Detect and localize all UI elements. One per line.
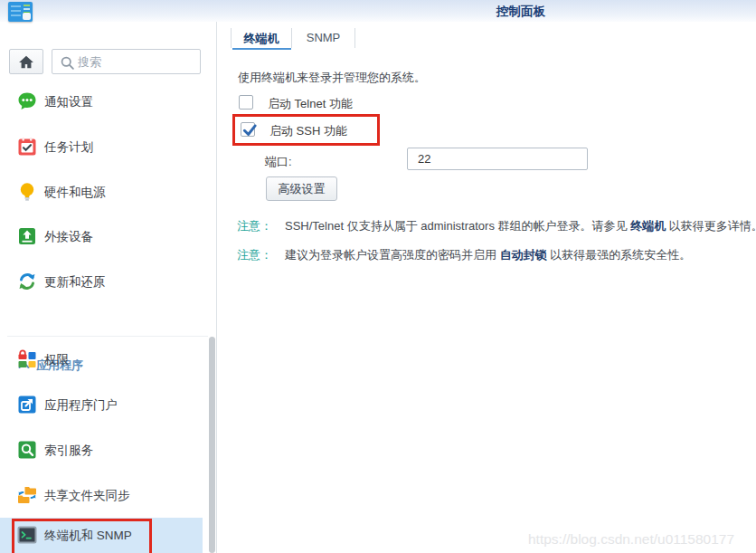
sidebar: 区域选项 通知设置 任务计划 [0,22,217,553]
search-input[interactable] [78,51,195,72]
auto-block-link[interactable]: 自动封锁 [500,248,547,262]
sidebar-item-update-restore[interactable]: 更新和还原 [0,259,203,304]
topbar: 控制面板 [0,0,756,22]
sidebar-item-shared-folder-sync[interactable]: 共享文件夹同步 [0,472,203,518]
advanced-settings-button[interactable]: 高级设置 [266,176,337,201]
port-label: 端口: [265,154,292,170]
task-scheduler-icon [17,137,37,157]
sidebar-item-label: 任务计划 [44,139,93,156]
tab-terminal[interactable]: 终端机 [232,31,291,49]
shared-folder-sync-icon [17,485,37,505]
page-title: 控制面板 [407,4,635,20]
note-prefix: 注意： [237,219,272,233]
sidebar-item-application-portal[interactable]: 应用程序门户 [0,382,203,427]
privileges-icon [17,349,37,369]
note-text: SSH/Telnet 仅支持从属于 administrators 群组的帐户登录… [285,219,630,233]
sidebar-item-label: 索引服务 [44,443,93,459]
tab-snmp[interactable]: SNMP [292,31,354,49]
note-security: 注意：建议为登录帐户设置高强度的密码并启用 自动封锁 以获得最强的系统安全性。 [237,247,752,263]
telnet-checkbox-label: 启动 Telnet 功能 [268,96,353,112]
sidebar-item-privileges[interactable]: 权限 [0,337,203,382]
note-ssh-telnet: 注意：SSH/Telnet 仅支持从属于 administrators 群组的帐… [237,218,752,234]
note-prefix: 注意： [237,248,272,262]
external-devices-icon [17,226,37,246]
sidebar-item-label: 通知设置 [44,94,93,110]
sidebar-item-label: 共享文件夹同步 [44,488,130,504]
watermark: https://blog.csdn.net/u011580177 [528,531,734,548]
main-content: 终端机 SNMP 使用终端机来登录并管理您的系统。 启动 Telnet 功能 启… [217,22,756,553]
sidebar-item-label: 终端机和 SNMP [44,528,132,544]
search-box [52,49,201,74]
hardware-power-icon [17,182,37,202]
sidebar-scrollbar[interactable] [209,337,215,553]
home-icon [17,53,35,71]
sidebar-item-label: 硬件和电源 [44,185,106,201]
sidebar-item-hardware-power[interactable]: 硬件和电源 [0,169,203,215]
tab-label: SNMP [307,31,341,44]
notification-settings-icon [17,91,37,111]
sidebar-content-divider [216,22,217,553]
sidebar-item-label: 更新和还原 [44,274,106,291]
indexing-service-icon [17,440,37,460]
terminal-link[interactable]: 终端机 [630,219,666,233]
terminal-description: 使用终端机来登录并管理您的系统。 [238,70,426,86]
sidebar-item-label: 权限 [44,352,69,368]
ssh-checkbox[interactable] [241,122,255,137]
sidebar-item-indexing-service[interactable]: 索引服务 [0,427,203,472]
sidebar-item-label: 应用程序门户 [44,397,118,414]
telnet-checkbox[interactable] [239,95,253,110]
active-tab-underline [232,48,291,50]
port-input[interactable] [407,148,588,170]
sidebar-item-task-scheduler[interactable]: 任务计划 [0,124,203,169]
note-text: 建议为登录帐户设置高强度的密码并启用 [285,248,500,262]
sidebar-item-label: 外接设备 [44,229,93,245]
sidebar-search-strip [0,43,215,74]
note-text: 以获得最强的系统安全性。 [547,248,692,262]
checkmark-icon [241,122,258,138]
application-portal-icon [17,395,37,415]
update-restore-icon [17,272,37,291]
sidebar-item-notification-settings[interactable]: 通知设置 [0,79,203,124]
tab-separator [354,28,355,48]
home-button[interactable] [9,49,43,74]
tab-label: 终端机 [244,32,279,45]
note-text: 以获得更多详情。 [666,219,756,233]
sidebar-item-terminal-snmp[interactable]: 终端机和 SNMP [0,518,203,553]
ssh-checkbox-label: 启动 SSH 功能 [269,123,347,139]
sidebar-item-external-devices[interactable]: 外接设备 [0,214,203,259]
control-panel-icon[interactable] [8,2,33,22]
terminal-snmp-icon [17,525,37,545]
search-icon [60,55,75,71]
control-panel-window: 区域选项 通知设置 任务计划 [0,0,756,553]
